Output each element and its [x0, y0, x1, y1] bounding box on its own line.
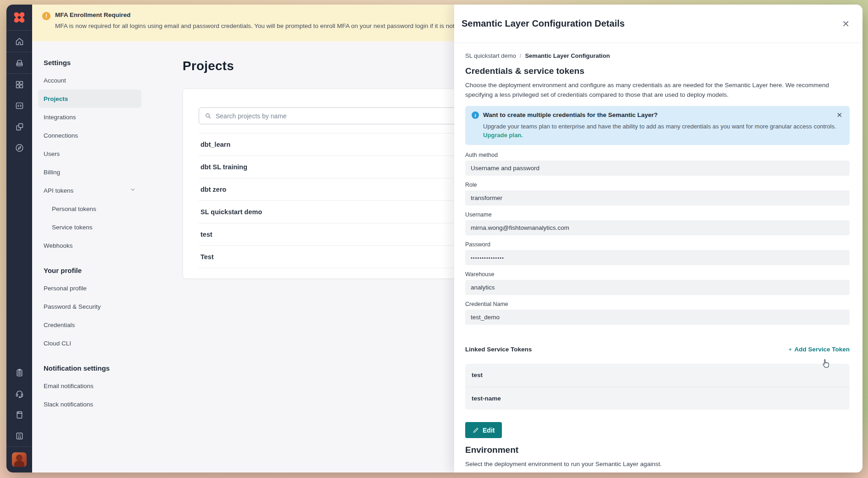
warehouse-value: analytics [465, 280, 850, 295]
semantic-layer-panel: Semantic Layer Configuration Details ✕ S… [454, 5, 862, 472]
nav-item-api-tokens[interactable]: API tokens [38, 181, 141, 200]
auth-method-value: Username and password [465, 161, 850, 176]
deploy-icon[interactable] [6, 52, 32, 73]
info-body: Upgrade your teams plan to enterprise an… [483, 122, 843, 131]
field-password: Password ••••••••••••••• [465, 241, 850, 265]
discover-compass-icon[interactable] [6, 137, 32, 158]
linked-tokens-list: test test-name [465, 364, 850, 410]
user-menu[interactable] [6, 447, 32, 472]
nav-item-users[interactable]: Users [38, 145, 141, 163]
field-role: Role transformer [465, 182, 850, 206]
info-icon: i [472, 111, 479, 119]
dbt-logo[interactable] [6, 5, 32, 30]
panel-title: Semantic Layer Configuration Details [462, 18, 625, 29]
user-avatar [12, 452, 27, 467]
breadcrumb-current: Semantic Layer Configuration [525, 52, 610, 59]
clipboard-icon[interactable] [6, 362, 32, 383]
help-headset-icon[interactable] [6, 383, 32, 404]
rail-spacer [6, 158, 32, 362]
field-credential-name: Credential Name test_demo [465, 301, 850, 325]
close-icon[interactable]: ✕ [842, 18, 850, 29]
nav-item-personal-profile[interactable]: Personal profile [38, 279, 141, 297]
nav-item-integrations[interactable]: Integrations [38, 108, 141, 126]
search-icon [205, 112, 211, 119]
apps-grid-icon[interactable] [6, 74, 32, 95]
info-title: Want to create multiple credentials for … [483, 111, 658, 118]
role-value: transformer [465, 190, 850, 206]
app-window: ! MFA Enrollment Required MFA is now req… [6, 5, 862, 472]
panel-header: Semantic Layer Configuration Details ✕ [454, 5, 862, 43]
breadcrumb: SL quickstart demo/Semantic Layer Config… [465, 52, 850, 59]
nav-item-credentials[interactable]: Credentials [38, 316, 141, 334]
breadcrumb-project[interactable]: SL quickstart demo [465, 52, 516, 59]
nav-item-cloud-cli[interactable]: Cloud CLI [38, 334, 141, 352]
develop-code-icon[interactable] [6, 95, 32, 116]
nav-item-webhooks[interactable]: Webhooks [38, 236, 141, 255]
changelog-panel-icon[interactable] [6, 425, 32, 446]
credentials-description: Choose the deployment environment and co… [465, 81, 850, 100]
orchestration-icon[interactable] [6, 116, 32, 137]
chevron-down-icon [130, 187, 136, 194]
credential-fields: Auth method Username and password Role t… [465, 152, 850, 325]
credential-name-value: test_demo [465, 310, 850, 325]
nav-item-service-tokens[interactable]: Service tokens [38, 218, 141, 236]
nav-item-email-notifications[interactable]: Email notifications [38, 377, 141, 395]
field-warehouse: Warehouse analytics [465, 271, 850, 295]
upgrade-info-box: i Want to create multiple credentials fo… [465, 106, 850, 145]
warning-icon: ! [42, 12, 50, 20]
profile-heading: Your profile [44, 267, 156, 274]
banner-body: MFA is now required for all logins using… [55, 22, 476, 29]
notifications-heading: Notification settings [44, 364, 156, 372]
edit-button[interactable]: Edit [465, 422, 502, 438]
icon-rail [6, 5, 32, 472]
nav-item-personal-tokens[interactable]: Personal tokens [38, 200, 141, 218]
field-username: Username mirna.wong@fishtownanalytics.co… [465, 211, 850, 235]
linked-tokens-header: Linked Service Tokens +Add Service Token [465, 346, 850, 353]
upgrade-plan-link[interactable]: Upgrade plan. [483, 132, 523, 139]
environment-description: Select the deployment environment to run… [465, 460, 850, 469]
home-icon[interactable] [6, 31, 32, 52]
add-service-token-button[interactable]: +Add Service Token [789, 346, 850, 353]
panel-body: SL quickstart demo/Semantic Layer Config… [454, 43, 862, 472]
field-auth-method: Auth method Username and password [465, 152, 850, 176]
environment-heading: Environment [465, 445, 850, 455]
nav-item-slack-notifications[interactable]: Slack notifications [38, 395, 141, 413]
username-value: mirna.wong@fishtownanalytics.com [465, 220, 850, 235]
credentials-heading: Credentials & service tokens [465, 66, 850, 76]
docs-book-icon[interactable] [6, 404, 32, 425]
nav-item-connections[interactable]: Connections [38, 126, 141, 145]
nav-item-projects[interactable]: Projects [38, 89, 141, 108]
password-value: ••••••••••••••• [465, 250, 850, 265]
linked-tokens-heading: Linked Service Tokens [465, 346, 532, 353]
nav-item-billing[interactable]: Billing [38, 163, 141, 181]
banner-title: MFA Enrollment Required [55, 11, 476, 18]
breadcrumb-separator: / [520, 52, 522, 59]
token-row[interactable]: test [465, 364, 850, 387]
settings-nav: Settings Account Projects Integrations C… [44, 59, 156, 472]
info-close-icon[interactable]: ✕ [836, 111, 842, 119]
dbt-logo-icon [12, 11, 26, 24]
nav-item-account[interactable]: Account [38, 71, 141, 89]
token-row[interactable]: test-name [465, 387, 850, 410]
pencil-icon [473, 427, 479, 434]
nav-item-password-security[interactable]: Password & Security [38, 297, 141, 316]
settings-heading: Settings [44, 59, 156, 67]
